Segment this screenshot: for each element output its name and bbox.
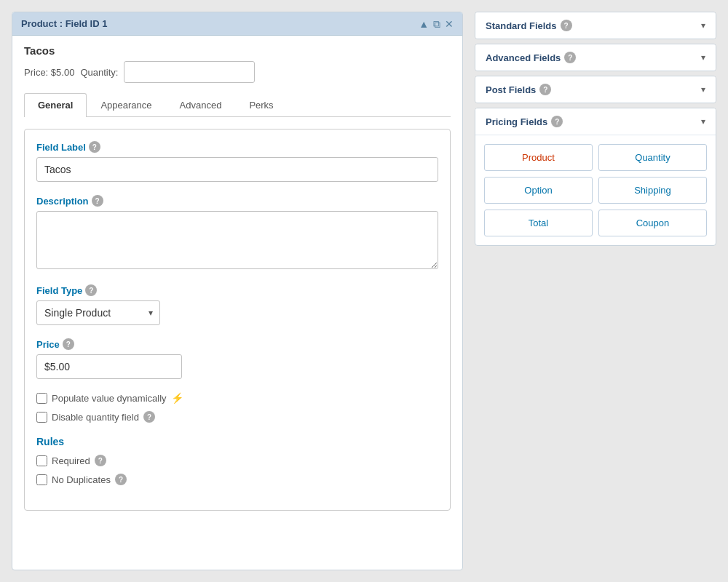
field-label-input[interactable] — [36, 157, 438, 182]
pricing-fields-body: Product Quantity Option Shipping Total C… — [475, 135, 716, 245]
pricing-grid: Product Quantity Option Shipping Total C… — [484, 144, 707, 236]
panel-body: Tacos Price: $5.00 Quantity: General App… — [12, 36, 462, 519]
rules-label: Rules — [36, 436, 438, 447]
field-type-select-wrapper: Single Product Dropdown Radio Buttons Ch… — [36, 300, 160, 325]
price-quantity-row: Price: $5.00 Quantity: — [24, 61, 451, 83]
pricing-fields-header[interactable]: Pricing Fields ? ▾ — [475, 108, 716, 135]
fields-sidebar: Standard Fields ? ▾ Advanced Fields ? ▾ … — [475, 12, 716, 570]
no-duplicates-label: No Duplicates — [52, 474, 111, 485]
post-fields-help-icon[interactable]: ? — [539, 84, 551, 95]
field-label-help-icon[interactable]: ? — [89, 141, 100, 153]
price-display: Price: $5.00 — [24, 67, 74, 78]
disable-quantity-label: Disable quantity field — [52, 412, 139, 423]
required-checkbox[interactable] — [36, 455, 47, 466]
price-help-icon[interactable]: ? — [63, 338, 74, 350]
duplicate-icon[interactable]: ⧉ — [433, 19, 440, 29]
field-label-label: Field Label ? — [36, 141, 438, 153]
quantity-label: Quantity: — [80, 67, 118, 78]
pricing-btn-total[interactable]: Total — [484, 210, 593, 236]
populate-dynamic-row: Populate value dynamically ⚡ — [36, 392, 438, 404]
standard-fields-label: Standard Fields — [486, 20, 557, 31]
panel-header-actions: ▲ ⧉ ✕ — [419, 19, 454, 29]
quantity-input[interactable] — [124, 61, 255, 83]
field-type-help-icon[interactable]: ? — [85, 284, 97, 296]
price-input[interactable] — [36, 354, 182, 379]
form-area: Field Label ? Description ? Field Type ? — [24, 129, 451, 511]
rules-group: Rules Required ? No Duplicates ? — [36, 436, 438, 485]
post-fields-arrow: ▾ — [701, 84, 705, 95]
standard-fields-help-icon[interactable]: ? — [561, 20, 572, 31]
disable-quantity-row: Disable quantity field ? — [36, 411, 438, 423]
required-row: Required ? — [36, 455, 438, 466]
tab-general[interactable]: General — [24, 93, 87, 117]
populate-dynamic-label: Populate value dynamically — [52, 393, 167, 404]
populate-dynamic-checkbox[interactable] — [36, 393, 47, 404]
field-label-group: Field Label ? — [36, 141, 438, 182]
no-duplicates-checkbox[interactable] — [36, 474, 47, 485]
close-icon[interactable]: ✕ — [445, 19, 454, 29]
field-type-group: Field Type ? Single Product Dropdown Rad… — [36, 284, 438, 325]
pricing-btn-option[interactable]: Option — [484, 177, 593, 204]
pricing-fields-label: Pricing Fields — [486, 116, 547, 127]
standard-fields-arrow: ▾ — [701, 20, 705, 31]
disable-quantity-help-icon[interactable]: ? — [143, 411, 155, 423]
lightning-icon: ⚡ — [171, 392, 183, 404]
standard-fields-header[interactable]: Standard Fields ? ▾ — [475, 12, 716, 39]
pricing-fields-arrow: ▾ — [701, 116, 705, 127]
post-fields-header[interactable]: Post Fields ? ▾ — [475, 76, 716, 103]
collapse-icon[interactable]: ▲ — [419, 19, 429, 29]
panel-title: Product : Field ID 1 — [21, 18, 107, 29]
pricing-btn-coupon[interactable]: Coupon — [598, 210, 707, 236]
post-fields-section: Post Fields ? ▾ — [475, 76, 716, 103]
tab-appearance[interactable]: Appearance — [87, 93, 165, 116]
post-fields-label: Post Fields — [486, 84, 536, 95]
pricing-btn-quantity[interactable]: Quantity — [598, 144, 707, 171]
product-name: Tacos — [24, 44, 451, 57]
no-duplicates-help-icon[interactable]: ? — [115, 474, 127, 485]
advanced-fields-arrow: ▾ — [701, 52, 705, 63]
tab-perks[interactable]: Perks — [235, 93, 287, 116]
advanced-fields-help-icon[interactable]: ? — [564, 52, 576, 63]
required-label: Required — [52, 455, 90, 466]
pricing-fields-help-icon[interactable]: ? — [551, 116, 563, 127]
pricing-fields-section: Pricing Fields ? ▾ Product Quantity Opti… — [475, 108, 716, 246]
price-group: Price ? — [36, 338, 438, 379]
description-label: Description ? — [36, 195, 438, 207]
field-type-label: Field Type ? — [36, 284, 438, 296]
no-duplicates-row: No Duplicates ? — [36, 474, 438, 485]
description-help-icon[interactable]: ? — [92, 195, 103, 207]
advanced-fields-header[interactable]: Advanced Fields ? ▾ — [475, 44, 716, 71]
advanced-fields-section: Advanced Fields ? ▾ — [475, 44, 716, 71]
pricing-btn-shipping[interactable]: Shipping — [598, 177, 707, 204]
field-editor-panel: Product : Field ID 1 ▲ ⧉ ✕ Tacos Price: … — [12, 12, 463, 570]
description-group: Description ? — [36, 195, 438, 271]
price-label: Price ? — [36, 338, 438, 350]
panel-header: Product : Field ID 1 ▲ ⧉ ✕ — [12, 12, 462, 36]
field-type-select[interactable]: Single Product Dropdown Radio Buttons Ch… — [36, 300, 160, 325]
disable-quantity-checkbox[interactable] — [36, 412, 47, 423]
advanced-fields-label: Advanced Fields — [486, 52, 561, 63]
description-textarea[interactable] — [36, 211, 438, 269]
tab-bar: General Appearance Advanced Perks — [24, 93, 451, 117]
required-help-icon[interactable]: ? — [95, 455, 106, 466]
pricing-btn-product[interactable]: Product — [484, 144, 593, 171]
standard-fields-section: Standard Fields ? ▾ — [475, 12, 716, 39]
checkbox-group: Populate value dynamically ⚡ Disable qua… — [36, 392, 438, 423]
tab-advanced[interactable]: Advanced — [166, 93, 236, 116]
